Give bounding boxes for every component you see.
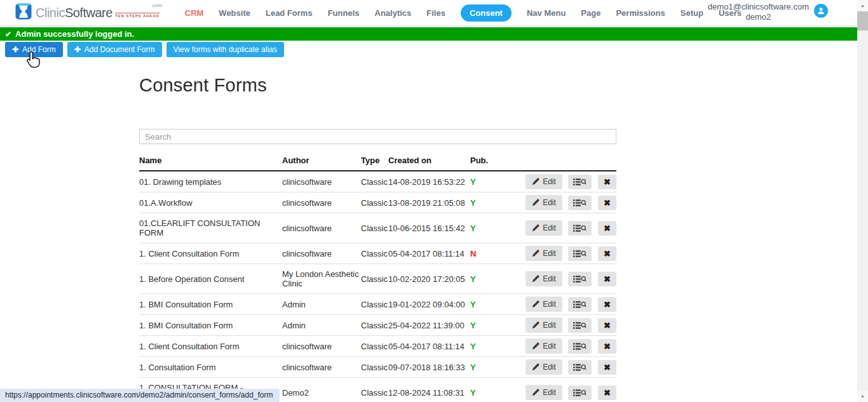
main-content: Consent Forms Name Author Type Created o… xyxy=(139,75,616,402)
cell-actions: Edit ✖ xyxy=(499,213,616,243)
delete-button[interactable]: ✖ xyxy=(598,196,616,210)
cell-created-on: 13-08-2019 21:05:08 xyxy=(388,192,470,213)
preview-entries-button[interactable] xyxy=(568,272,592,286)
cell-pub-status: N xyxy=(470,243,499,264)
edit-button[interactable]: Edit xyxy=(526,195,562,210)
header-pub: Pub. xyxy=(470,149,499,171)
cell-created-on: 12-08-2024 11:08:31 xyxy=(388,378,470,402)
preview-entries-button[interactable] xyxy=(568,339,592,354)
table-row: 1. Client Consultation Form clinicsoftwa… xyxy=(139,243,616,264)
check-icon: ✔ xyxy=(5,30,11,39)
cell-pub-status: Y xyxy=(470,213,499,243)
user-area: demo1@clinicsoftware.com demo2 xyxy=(708,2,828,22)
list-search-icon xyxy=(573,275,587,283)
cell-type: Classic xyxy=(361,243,388,264)
top-navbar: ClinicSoftware .com TEN STEPS AHEAD CRMW… xyxy=(0,0,857,26)
nav-item-setup[interactable]: Setup xyxy=(681,8,703,18)
header-created-on: Created on xyxy=(388,149,470,171)
delete-button[interactable]: ✖ xyxy=(598,272,616,286)
preview-entries-button[interactable] xyxy=(568,297,592,312)
edit-button[interactable]: Edit xyxy=(526,359,562,375)
edit-button[interactable]: Edit xyxy=(526,174,562,189)
cell-pub-status: Y xyxy=(470,336,499,357)
delete-button[interactable]: ✖ xyxy=(598,385,616,400)
table-header-row: Name Author Type Created on Pub. xyxy=(139,149,616,171)
delete-button[interactable]: ✖ xyxy=(598,339,616,354)
cell-form-name: 1. Consultation Form xyxy=(139,357,282,378)
nav-item-nav-menu[interactable]: Nav Menu xyxy=(527,8,566,18)
delete-button[interactable]: ✖ xyxy=(598,221,616,236)
list-search-icon xyxy=(573,178,587,186)
nav-item-permissions[interactable]: Permissions xyxy=(616,8,665,18)
nav-item-page[interactable]: Page xyxy=(581,8,600,18)
user-avatar[interactable] xyxy=(814,4,828,18)
list-search-icon xyxy=(573,224,587,232)
edit-button[interactable]: Edit xyxy=(526,220,562,236)
nav-item-consent[interactable]: Consent xyxy=(461,4,512,22)
edit-button[interactable]: Edit xyxy=(526,246,562,261)
nav-item-crm[interactable]: CRM xyxy=(185,8,204,18)
main-nav: CRMWebsiteLead FormsFunnelsAnalyticsFile… xyxy=(185,4,742,22)
nav-item-lead-forms[interactable]: Lead Forms xyxy=(266,8,313,18)
success-banner: ✔ Admin successfully logged in. xyxy=(0,27,857,41)
cell-pub-status: Y xyxy=(470,171,499,192)
delete-button[interactable]: ✖ xyxy=(598,246,616,261)
nav-item-website[interactable]: Website xyxy=(219,8,250,18)
delete-x-icon: ✖ xyxy=(604,249,611,258)
pencil-icon xyxy=(532,363,539,371)
scroll-down-arrow[interactable]: ▼ xyxy=(857,391,868,402)
link-preview-statusbar: https://appointments.clinicsoftware.com/… xyxy=(0,389,280,402)
list-search-icon xyxy=(573,389,587,397)
cell-type: Classic xyxy=(361,378,388,402)
scroll-up-arrow[interactable]: ▲ xyxy=(857,0,868,11)
edit-button[interactable]: Edit xyxy=(526,297,562,312)
nav-item-files[interactable]: Files xyxy=(426,8,445,18)
preview-entries-button[interactable] xyxy=(568,175,592,189)
edit-button[interactable]: Edit xyxy=(526,271,562,286)
list-search-icon xyxy=(573,321,587,330)
cell-created-on: 09-07-2018 18:16:33 xyxy=(388,357,470,378)
preview-entries-button[interactable] xyxy=(568,360,592,375)
preview-entries-button[interactable] xyxy=(568,196,592,210)
cell-actions: Edit ✖ xyxy=(499,315,616,336)
preview-entries-button[interactable] xyxy=(568,318,592,333)
user-email: demo1@clinicsoftware.com xyxy=(708,2,809,12)
preview-entries-button[interactable] xyxy=(568,221,592,236)
nav-item-analytics[interactable]: Analytics xyxy=(375,8,412,18)
cell-author: clinicsoftware xyxy=(282,336,361,357)
vertical-scrollbar[interactable]: ▲ ▼ xyxy=(857,0,868,402)
cell-created-on: 14-08-2019 16:53:22 xyxy=(388,171,470,192)
preview-entries-button[interactable] xyxy=(568,246,592,261)
cell-pub-status: Y xyxy=(470,294,499,315)
cell-author: clinicsoftware xyxy=(282,243,361,264)
table-row: 1. Consultation Form clinicsoftware Clas… xyxy=(139,357,616,378)
delete-button[interactable]: ✖ xyxy=(598,318,616,333)
edit-button[interactable]: Edit xyxy=(526,318,562,333)
cell-form-name: 01.CLEARLIFT CONSULTATION FORM xyxy=(139,213,282,243)
scrollbar-thumb[interactable] xyxy=(857,11,868,30)
delete-button[interactable]: ✖ xyxy=(598,297,616,312)
delete-button[interactable]: ✖ xyxy=(598,360,616,375)
pencil-icon xyxy=(532,321,539,329)
delete-button[interactable]: ✖ xyxy=(598,175,616,189)
clinicsoftware-logo[interactable]: ClinicSoftware .com TEN STEPS AHEAD xyxy=(15,3,168,22)
toolbar: ✚ Add Form ✚ Add Document Form View form… xyxy=(5,42,868,57)
cell-form-name: 1. Before Operation Consent xyxy=(139,264,282,294)
add-document-form-button[interactable]: ✚ Add Document Form xyxy=(67,42,162,57)
cell-type: Classic xyxy=(361,294,388,315)
nav-item-funnels[interactable]: Funnels xyxy=(328,8,360,18)
list-search-icon xyxy=(573,250,587,258)
add-form-button[interactable]: ✚ Add Form xyxy=(5,42,63,57)
preview-entries-button[interactable] xyxy=(568,385,592,400)
edit-button[interactable]: Edit xyxy=(526,338,562,354)
delete-x-icon: ✖ xyxy=(604,363,611,372)
plus-icon: ✚ xyxy=(12,45,18,54)
brand-tagline: TEN STEPS AHEAD xyxy=(115,13,159,18)
cell-form-name: 1. Client Consultation Form xyxy=(139,243,282,264)
edit-button[interactable]: Edit xyxy=(526,385,562,400)
table-row: 1. Client Consultation Form clinicsoftwa… xyxy=(139,336,616,357)
table-row: 1. BMI Consultation Form Admin Classic 1… xyxy=(139,294,616,315)
search-input[interactable] xyxy=(139,129,616,144)
list-search-icon xyxy=(573,363,587,372)
view-duplicate-alias-button[interactable]: View forms with duplicate alias xyxy=(166,42,284,57)
